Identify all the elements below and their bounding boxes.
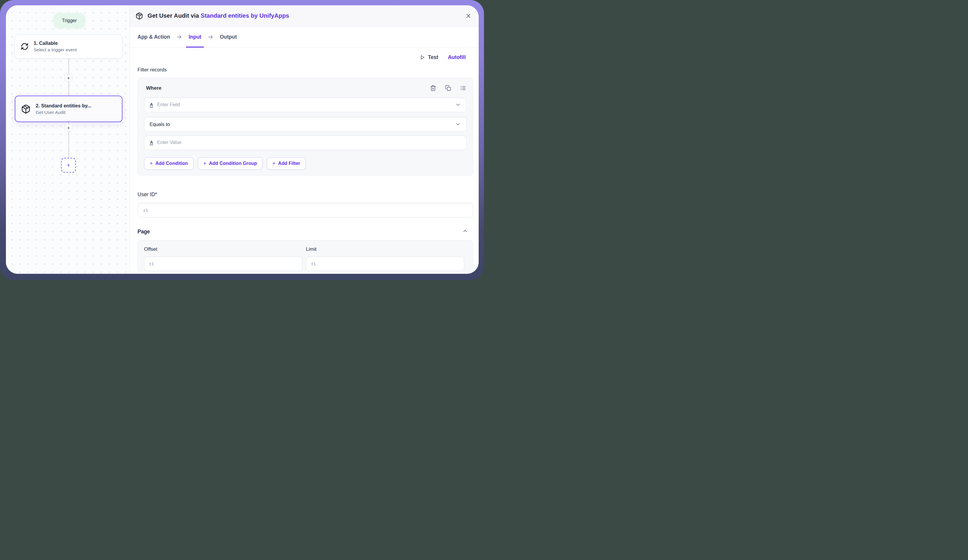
- node-title: 2. Standard entities by...: [36, 103, 91, 109]
- action-config-panel: Get User Audit via Standard entities by …: [130, 5, 479, 274]
- add-step-button[interactable]: +: [65, 74, 72, 82]
- copy-icon: [445, 85, 451, 91]
- offset-label: Offset: [144, 246, 303, 252]
- add-condition-group-button[interactable]: + Add Condition Group: [198, 157, 263, 170]
- page-card: Offset Limit: [138, 240, 473, 273]
- node-title: 1. Callable: [34, 40, 77, 46]
- input-tab-body: Test Autofill Filter records Where: [130, 48, 479, 274]
- workflow-canvas[interactable]: Trigger 1. Callable Select a trigger eve…: [6, 5, 130, 274]
- add-node-drop-target[interactable]: +: [61, 158, 76, 172]
- panel-header: Get User Audit via Standard entities by …: [130, 5, 479, 27]
- arrow-right-icon: [207, 27, 214, 48]
- limit-label: Limit: [306, 246, 464, 252]
- autofill-button[interactable]: Autofill: [448, 54, 466, 60]
- node-subtitle: Get User Audit: [36, 109, 91, 116]
- window-frame: Trigger 1. Callable Select a trigger eve…: [0, 0, 484, 280]
- filter-where-card: Where: [138, 78, 473, 176]
- condition-value-input[interactable]: [157, 140, 461, 145]
- plus-icon: +: [272, 161, 276, 166]
- list-icon: [460, 85, 466, 91]
- tab-input[interactable]: Input: [189, 27, 201, 48]
- tab-output[interactable]: Output: [220, 27, 237, 48]
- package-icon: [136, 12, 143, 20]
- test-button[interactable]: Test: [420, 54, 438, 60]
- filter-buttons-row: + Add Condition + Add Condition Group + …: [144, 157, 467, 170]
- list-view-button[interactable]: [460, 85, 466, 91]
- app-link[interactable]: Standard entities by UnifyApps: [201, 12, 289, 19]
- package-icon: [21, 104, 31, 114]
- text-type-icon: A: [150, 102, 153, 108]
- workflow-node-callable[interactable]: 1. Callable Select a trigger event: [15, 35, 122, 58]
- app-window: Trigger 1. Callable Select a trigger eve…: [6, 5, 479, 274]
- test-actions-row: Test Autofill: [420, 51, 466, 63]
- play-icon: [420, 55, 425, 60]
- where-label: Where: [146, 85, 161, 91]
- delete-filter-button[interactable]: [430, 85, 436, 91]
- tab-app-action[interactable]: App & Action: [138, 27, 170, 48]
- limit-input[interactable]: [306, 257, 464, 271]
- user-id-label: User ID*: [138, 192, 157, 198]
- workflow-node-standard-entities[interactable]: 2. Standard entities by... Get User Audi…: [15, 96, 123, 122]
- duplicate-filter-button[interactable]: [445, 85, 451, 91]
- close-button[interactable]: [463, 10, 474, 22]
- trigger-badge: Trigger: [54, 13, 85, 28]
- close-icon: [465, 13, 472, 19]
- node-subtitle: Select a trigger event: [34, 46, 77, 53]
- plus-icon: +: [150, 161, 153, 166]
- plus-icon: +: [203, 161, 207, 166]
- page-title: Get User Audit via Standard entities by …: [148, 12, 289, 19]
- sync-icon: [21, 43, 29, 50]
- chevron-down-icon: [455, 102, 461, 108]
- arrow-right-icon: [176, 27, 182, 48]
- condition-operator-select[interactable]: Equals to: [144, 117, 467, 132]
- page-section-label: Page: [138, 229, 150, 235]
- condition-value-field: A: [144, 135, 467, 150]
- collapse-page-button[interactable]: [462, 228, 468, 234]
- chevron-up-icon: [462, 228, 468, 234]
- trash-icon: [430, 85, 436, 91]
- add-step-button[interactable]: +: [65, 124, 72, 132]
- condition-field-select[interactable]: A Enter Field: [144, 97, 467, 112]
- text-type-icon: A: [150, 140, 153, 146]
- chevron-down-icon: [455, 121, 461, 127]
- add-filter-button[interactable]: + Add Filter: [267, 157, 306, 170]
- user-id-input[interactable]: [138, 203, 473, 217]
- offset-input[interactable]: [144, 257, 303, 271]
- step-tabs: App & Action Input Output: [130, 27, 479, 48]
- add-condition-button[interactable]: + Add Condition: [144, 157, 194, 170]
- field-placeholder: Enter Field: [157, 102, 180, 108]
- filter-records-label: Filter records: [138, 67, 167, 73]
- operator-value: Equals to: [150, 121, 170, 127]
